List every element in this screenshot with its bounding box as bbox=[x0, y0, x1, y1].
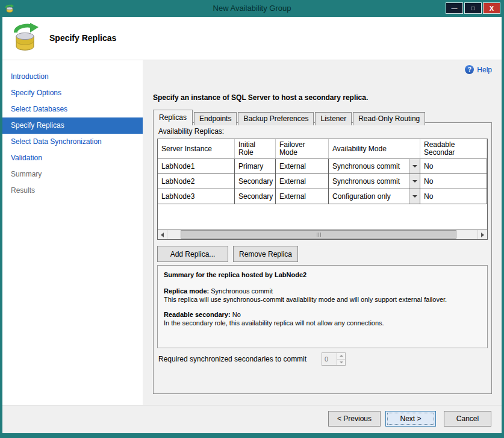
availability-mode-combobox[interactable]: Synchronous commit bbox=[329, 174, 420, 189]
column-header-server-instance: Server Instance bbox=[158, 139, 235, 158]
sidebar-item-validation[interactable]: Validation bbox=[2, 150, 143, 166]
chevron-down-icon[interactable] bbox=[409, 174, 420, 189]
readable-secondary-label: Readable secondary: bbox=[164, 311, 231, 318]
replica-mode-label: Replica mode: bbox=[164, 287, 209, 295]
sidebar-item-specify-options[interactable]: Specify Options bbox=[2, 85, 143, 101]
scroll-left-arrow-icon[interactable] bbox=[158, 230, 167, 239]
help-link[interactable]: ? Help bbox=[465, 65, 492, 74]
sidebar-item-summary: Summary bbox=[2, 166, 143, 183]
close-button[interactable]: X bbox=[483, 2, 500, 14]
cancel-button[interactable]: Cancel bbox=[444, 411, 491, 427]
sidebar-item-select-databases[interactable]: Select Databases bbox=[2, 101, 143, 117]
add-replica-button[interactable]: Add Replica... bbox=[157, 246, 228, 262]
commit-secondaries-input[interactable] bbox=[322, 353, 337, 365]
replica-mode-value: Synchronous commit bbox=[211, 287, 273, 295]
cell-server-instance: LabNode2 bbox=[158, 174, 235, 189]
column-header-readable-secondary: Readable Secondar bbox=[420, 139, 487, 158]
wizard-header: Specify Replicas bbox=[2, 17, 502, 60]
availability-group-window: New Availability Group — □ X Specify Rep… bbox=[0, 0, 504, 438]
sidebar-item-results: Results bbox=[2, 183, 143, 199]
cell-failover-mode: External bbox=[276, 174, 329, 189]
availability-mode-combobox[interactable]: Configuration only bbox=[329, 189, 420, 204]
tab-read-only-routing[interactable]: Read-Only Routing bbox=[353, 112, 425, 125]
cell-readable-secondary: No bbox=[420, 189, 487, 204]
help-label: Help bbox=[477, 66, 492, 74]
scroll-right-arrow-icon[interactable] bbox=[478, 230, 487, 239]
horizontal-scrollbar[interactable] bbox=[158, 229, 487, 239]
help-icon: ? bbox=[465, 65, 474, 74]
sidebar-item-introduction[interactable]: Introduction bbox=[2, 69, 143, 85]
availability-mode-combobox[interactable]: Synchronous commit bbox=[329, 159, 420, 174]
replicas-tab-page: Availability Replicas: Server Instance I… bbox=[153, 122, 492, 394]
combo-value: Configuration only bbox=[329, 189, 409, 204]
spinner-up-icon[interactable] bbox=[337, 353, 345, 360]
window-title: New Availability Group bbox=[0, 4, 504, 13]
cell-server-instance: LabNode1 bbox=[158, 159, 235, 174]
maximize-button[interactable]: □ bbox=[464, 2, 482, 14]
chevron-down-icon[interactable] bbox=[409, 189, 420, 204]
cell-readable-secondary: No bbox=[420, 174, 487, 189]
cell-initial-role: Primary bbox=[235, 159, 276, 174]
chevron-down-icon[interactable] bbox=[409, 159, 420, 174]
previous-button[interactable]: < Previous bbox=[328, 411, 381, 427]
column-header-initial-role: Initial Role bbox=[235, 139, 276, 158]
page-title: Specify Replicas bbox=[49, 33, 116, 43]
cell-failover-mode: External bbox=[276, 189, 329, 204]
replica-mode-line: Replica mode: Synchronous commit bbox=[164, 287, 481, 295]
cell-failover-mode: External bbox=[276, 159, 329, 174]
caption-buttons: — □ X bbox=[446, 2, 500, 14]
wizard-content: Introduction Specify Options Select Data… bbox=[2, 60, 502, 405]
minimize-button[interactable]: — bbox=[446, 2, 463, 14]
cell-initial-role: Secondary bbox=[235, 189, 276, 204]
sidebar-item-select-data-synchronization[interactable]: Select Data Synchronization bbox=[2, 134, 143, 150]
table-row-labnode1[interactable]: LabNode1 Primary External Synchronous co… bbox=[158, 159, 487, 174]
main-panel: ? Help Specify an instance of SQL Server… bbox=[143, 60, 502, 405]
spinner-buttons bbox=[337, 353, 345, 365]
cell-initial-role: Secondary bbox=[235, 174, 276, 189]
remove-replica-button[interactable]: Remove Replica bbox=[233, 246, 298, 262]
sidebar-item-specify-replicas[interactable]: Specify Replicas bbox=[2, 117, 143, 134]
footer-button-bar: < Previous Next > Cancel bbox=[2, 405, 502, 433]
summary-title: Summary for the replica hosted by LabNod… bbox=[164, 271, 481, 279]
spinner-down-icon[interactable] bbox=[337, 360, 345, 366]
tab-endpoints[interactable]: Endpoints bbox=[194, 112, 237, 125]
titlebar: New Availability Group — □ X bbox=[0, 0, 504, 17]
combo-value: Synchronous commit bbox=[329, 159, 409, 174]
readable-secondary-description: In the secondary role, this availability… bbox=[164, 319, 481, 327]
app-icon bbox=[5, 4, 14, 13]
replica-database-icon bbox=[11, 22, 40, 54]
readable-secondary-line: Readable secondary: No bbox=[164, 310, 481, 319]
replicas-grid: Server Instance Initial Role Failover Mo… bbox=[157, 139, 488, 240]
commit-secondaries-spinner[interactable] bbox=[322, 352, 346, 366]
scrollbar-thumb[interactable] bbox=[181, 230, 456, 239]
cell-server-instance: LabNode3 bbox=[158, 189, 235, 204]
wizard-steps-sidebar: Introduction Specify Options Select Data… bbox=[2, 60, 143, 405]
replica-mode-description: This replica will use synchronous-commit… bbox=[164, 295, 481, 304]
dialog-body: Specify Replicas Introduction Specify Op… bbox=[2, 17, 502, 433]
table-row-labnode2[interactable]: LabNode2 Secondary External Synchronous … bbox=[158, 174, 487, 189]
next-button[interactable]: Next > bbox=[385, 411, 436, 427]
commit-secondaries-label: Required synchronized secondaries to com… bbox=[158, 355, 306, 363]
instruction-text: Specify an instance of SQL Server to hos… bbox=[153, 93, 368, 102]
combo-value: Synchronous commit bbox=[329, 174, 409, 189]
tab-replicas[interactable]: Replicas bbox=[153, 110, 193, 125]
tab-strip: Replicas Endpoints Backup Preferences Li… bbox=[153, 110, 426, 125]
replica-summary-box: Summary for the replica hosted by LabNod… bbox=[157, 265, 488, 348]
column-header-availability-mode: Availability Mode bbox=[329, 139, 420, 158]
availability-replicas-label: Availability Replicas: bbox=[158, 127, 224, 136]
column-header-failover-mode: Failover Mode bbox=[276, 139, 329, 158]
cell-readable-secondary: No bbox=[420, 159, 487, 174]
grid-header-row: Server Instance Initial Role Failover Mo… bbox=[158, 139, 487, 159]
readable-secondary-value: No bbox=[232, 311, 241, 318]
table-row-labnode3[interactable]: LabNode3 Secondary External Configuratio… bbox=[158, 189, 487, 204]
commit-secondaries-row: Required synchronized secondaries to com… bbox=[158, 352, 487, 366]
tab-backup-preferences[interactable]: Backup Preferences bbox=[238, 112, 314, 125]
tab-listener[interactable]: Listener bbox=[315, 112, 352, 125]
